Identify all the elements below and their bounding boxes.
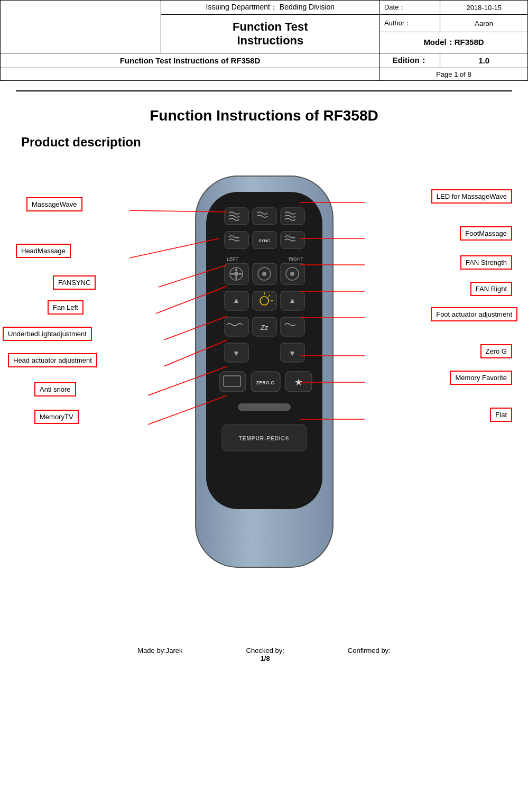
label-led-massagewave: LED for MassageWave <box>431 189 512 204</box>
function-test-row: Function Test Instructions of RF358D <box>1 53 380 68</box>
svg-rect-31 <box>281 317 304 336</box>
label-fanleft: Fan Left <box>48 300 84 315</box>
issuing-dept-label: Issuing Department： <box>206 3 277 11</box>
svg-text:Zz: Zz <box>260 324 268 331</box>
document-title: Function Test Instructions <box>161 15 379 53</box>
svg-text:▼: ▼ <box>233 349 240 357</box>
model-cell: Model：RF358D <box>379 32 527 53</box>
svg-point-15 <box>234 272 238 276</box>
svg-rect-5 <box>225 232 248 248</box>
remote-control: SYNC LEFT RIGHT <box>185 171 344 573</box>
page-text: Page 1 of 8 <box>379 68 527 81</box>
svg-rect-3 <box>253 208 276 225</box>
svg-text:LEFT: LEFT <box>226 256 238 262</box>
svg-rect-2 <box>225 208 248 225</box>
section-title: Product description <box>21 135 528 150</box>
label-antisnore: Anti snore <box>34 382 76 396</box>
svg-text:RIGHT: RIGHT <box>289 256 304 262</box>
svg-text:★: ★ <box>294 377 303 387</box>
svg-text:▲: ▲ <box>233 296 240 304</box>
author-label: Author： <box>379 15 440 32</box>
footer-checked-by: Checked by: 1/8 <box>246 647 284 662</box>
label-flat: Flat <box>490 408 512 422</box>
label-massagewave: MassageWave <box>26 197 82 211</box>
svg-rect-7 <box>281 232 304 248</box>
label-headmassage: HeadMassage <box>16 244 71 258</box>
label-memoryfavorite: Memory Favorite <box>450 371 512 385</box>
svg-text:TEMPUR-PEDIC®: TEMPUR-PEDIC® <box>238 436 289 441</box>
svg-text:ZERO G: ZERO G <box>256 380 274 385</box>
svg-point-19 <box>290 272 294 276</box>
edition-label: Edition： <box>379 53 440 68</box>
footer-made-by: Made by:Jarek <box>137 647 182 662</box>
main-title: Function Instructions of RF358D <box>0 107 528 124</box>
issuing-dept-value: Bedding Division <box>280 3 335 11</box>
edition-value: 1.0 <box>440 53 528 68</box>
divider <box>16 90 512 91</box>
label-zerog: Zero G <box>480 344 512 358</box>
svg-text:SYNC: SYNC <box>258 238 270 243</box>
svg-rect-43 <box>238 403 291 411</box>
svg-text:▲: ▲ <box>289 296 296 304</box>
diagram-area: SYNC LEFT RIGHT <box>0 160 528 636</box>
svg-point-17 <box>262 272 266 276</box>
author-value: Aaron <box>440 15 528 32</box>
label-underbedlight: UnderbedLightadjustment <box>3 327 92 341</box>
svg-rect-4 <box>281 208 304 225</box>
date-label: Date： <box>379 1 440 15</box>
label-fansync: FANSYNC <box>53 275 96 290</box>
svg-rect-29 <box>225 317 248 336</box>
label-footmassage: FootMassage <box>460 226 512 241</box>
date-value: 2018-10-15 <box>440 1 528 15</box>
label-headactuator: Head actuator adjustment <box>8 353 97 367</box>
label-fanright: FAN Right <box>470 282 512 296</box>
svg-text:▼: ▼ <box>289 349 296 357</box>
label-footactuator: Foot actuator adjustment <box>431 307 517 321</box>
label-memorytv: MemoryTV <box>34 410 79 424</box>
header-table: Issuing Department： Bedding Division Dat… <box>0 0 528 81</box>
label-fanstrength: FAN Strength <box>460 255 512 270</box>
footer-confirmed-by: Confirmed by: <box>348 647 391 662</box>
